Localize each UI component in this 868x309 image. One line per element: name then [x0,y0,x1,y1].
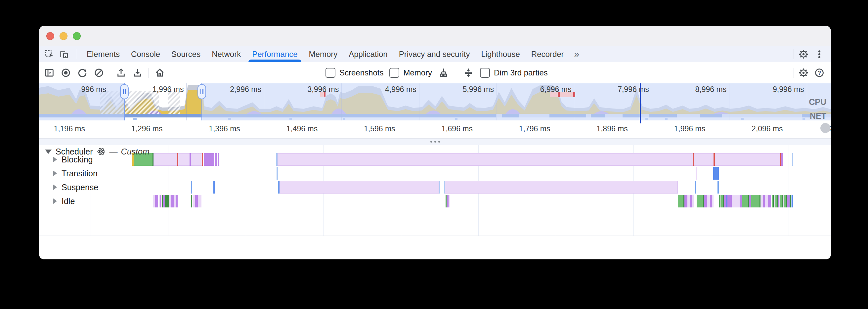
more-tracks-handle[interactable] [39,138,831,145]
collect-garbage-icon[interactable] [438,67,449,79]
flame-segment-lav[interactable] [707,195,710,208]
flame-segment-lav[interactable] [736,195,740,208]
flame-segment-purple[interactable] [215,153,217,166]
flame-segment-lav[interactable] [765,195,768,208]
tab-console[interactable]: Console [125,46,166,62]
flame-segment-blue[interactable] [713,167,719,180]
tab-privacy-and-security[interactable]: Privacy and security [393,46,476,62]
download-profile-icon[interactable] [132,67,143,79]
flame-segment-lav[interactable] [696,167,697,180]
flame-segment-lav[interactable] [687,195,690,208]
track-row-suspense[interactable]: Suspense [39,181,98,193]
flame-segment-purple[interactable] [171,195,174,208]
flame-segment-green[interactable] [721,195,724,208]
flame-segment-green[interactable] [719,195,720,208]
timeline-overview[interactable]: 996 ms1,996 ms2,996 ms3,996 ms4,996 ms5,… [39,83,831,121]
minimize-button[interactable] [60,32,67,40]
flame-segment-purple[interactable] [176,195,178,208]
scrollbar-thumb[interactable] [820,123,830,133]
flame-segment-red[interactable] [202,153,203,166]
flame-segment-lav[interactable] [712,195,714,208]
show-sidebar-icon[interactable] [44,67,55,79]
flame-segment-lav[interactable] [198,195,202,208]
expand-triangle-icon[interactable] [53,184,57,190]
expand-triangle-icon[interactable] [53,156,57,162]
flame-segment-green[interactable] [742,195,749,208]
inspect-element-icon[interactable] [44,49,55,60]
flame-segment-lblue[interactable] [792,153,793,166]
help-icon[interactable]: ? [814,67,825,79]
flame-segment-lblue[interactable] [277,167,278,180]
flame-segment-purple[interactable] [727,195,732,208]
tab-lighthouse[interactable]: Lighthouse [475,46,525,62]
more-tabs-button[interactable]: » [569,49,584,60]
flame-segment-purple[interactable] [155,195,158,208]
track-row-idle[interactable]: Idle [39,195,75,208]
flame-segment-lblue[interactable] [439,181,440,193]
flame-segment-purple[interactable] [704,195,707,208]
flame-segment-lav[interactable] [280,181,439,193]
upload-profile-icon[interactable] [116,67,127,79]
flame-segment-lav[interactable] [761,195,763,208]
clear-recording-icon[interactable] [93,67,104,79]
flame-segment-green[interactable] [696,195,704,208]
flame-segment-red[interactable] [693,153,694,166]
collapse-tracks-icon[interactable] [463,67,474,79]
flame-segment-purple[interactable] [710,195,712,208]
flame-segment-blue[interactable] [792,195,793,208]
tab-recorder[interactable]: Recorder [526,46,569,62]
record-icon[interactable] [60,67,71,79]
flame-segment-red[interactable] [714,153,715,166]
flame-segment-purple[interactable] [684,195,687,208]
flame-segment-purple[interactable] [160,195,161,208]
selection-handle-right[interactable] [197,84,206,99]
close-button[interactable] [46,32,54,40]
device-toolbar-icon[interactable] [58,49,69,60]
memory-checkbox[interactable]: Memory [389,68,432,78]
flame-segment-purple[interactable] [690,195,692,208]
dim-3rd-parties-checkbox-box[interactable] [480,68,490,78]
playhead-line[interactable] [640,83,641,120]
memory-checkbox-box[interactable] [389,68,399,78]
flame-segment-green[interactable] [772,195,774,208]
flame-segment-purple[interactable] [724,195,726,208]
flame-segment-purple[interactable] [768,195,771,208]
flame-segment-dgreen[interactable] [191,195,192,208]
tab-memory[interactable]: Memory [303,46,343,62]
main-menu-kebab-icon[interactable] [814,49,825,60]
track-row-blocking[interactable]: Blocking [39,153,93,166]
screenshots-checkbox-box[interactable] [326,68,335,78]
flame-segment-purple[interactable] [163,195,165,208]
dim-3rd-parties-checkbox[interactable]: Dim 3rd parties [480,68,548,78]
flame-segment-blue2[interactable] [717,181,719,193]
flame-segment-lav[interactable] [154,153,203,166]
record-and-reload-icon[interactable] [77,67,88,79]
settings-gear-icon[interactable] [798,49,809,60]
capture-settings-gear-icon[interactable] [798,67,809,79]
flame-segment-lav[interactable] [692,195,694,208]
flame-segment-red[interactable] [177,153,178,166]
flame-segment-lav[interactable] [445,181,678,193]
flame-segment-purple[interactable] [781,153,783,166]
flame-segment-green[interactable] [780,195,783,208]
flame-segment-dgreen[interactable] [445,195,446,208]
flame-segment-purple[interactable] [787,195,789,208]
tab-sources[interactable]: Sources [166,46,206,62]
flame-segment-purple[interactable] [740,195,742,208]
tab-performance[interactable]: Performance [246,46,303,62]
flame-segment-green[interactable] [784,195,787,208]
screenshots-checkbox[interactable]: Screenshots [326,68,383,78]
flame-segment-lav[interactable] [278,153,782,166]
tab-elements[interactable]: Elements [81,46,125,62]
flame-segment-green[interactable] [751,195,761,208]
flame-segment-lav[interactable] [448,195,450,208]
flame-segment-purple[interactable] [204,153,214,166]
flame-segment-purple[interactable] [195,195,198,208]
flame-segment-green[interactable] [775,195,778,208]
selection-handle-left[interactable] [120,84,129,99]
flame-segment-dgreen[interactable] [165,195,169,208]
flame-segment-blue2[interactable] [695,181,696,193]
flame-segment-blue2[interactable] [191,181,192,193]
flame-segment-purple[interactable] [190,153,191,166]
home-icon[interactable] [154,67,165,79]
